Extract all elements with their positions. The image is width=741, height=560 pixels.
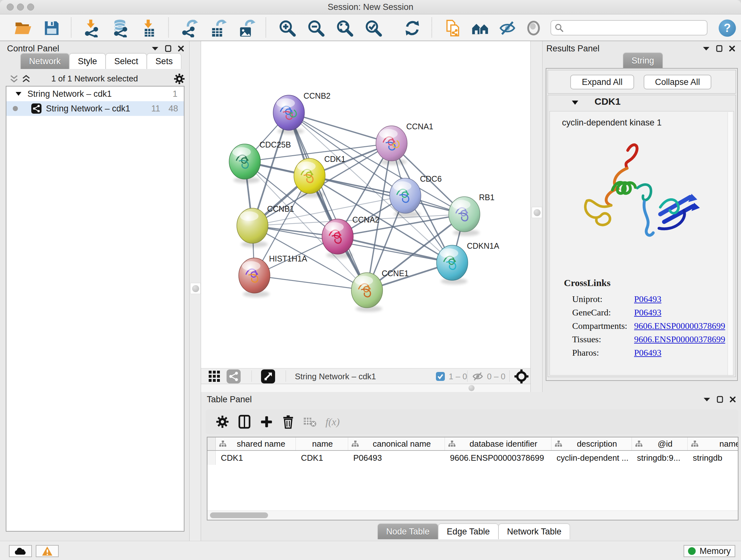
open-session-button[interactable] bbox=[12, 17, 33, 39]
column-header-name[interactable]: name bbox=[296, 437, 348, 450]
left-splitter-handle[interactable] bbox=[190, 283, 201, 294]
edge-HIST1H1A-CCNE1[interactable] bbox=[254, 275, 367, 290]
tab-network[interactable]: Network bbox=[20, 53, 69, 69]
hide-selected-button[interactable] bbox=[497, 17, 518, 39]
tab-node-table[interactable]: Node Table bbox=[378, 523, 438, 539]
table-cell[interactable]: cyclin-dependent ... bbox=[551, 453, 632, 463]
table-cell[interactable]: CDK1 bbox=[216, 453, 296, 463]
tab-string[interactable]: String bbox=[623, 53, 663, 68]
network-node-CCNB1[interactable] bbox=[237, 208, 268, 247]
zoom-fit-button[interactable] bbox=[334, 17, 355, 39]
network-canvas[interactable]: CCNB2CCNA1CDC25BCDK1CDC6RB1CCNB1CCNA2CDK… bbox=[201, 41, 530, 368]
tab-network-table[interactable]: Network Table bbox=[498, 523, 570, 539]
float-panel-icon[interactable] bbox=[717, 396, 723, 403]
collapse-panel-icon[interactable] bbox=[151, 46, 158, 51]
help-button[interactable]: ? bbox=[719, 19, 736, 37]
float-panel-icon[interactable] bbox=[716, 45, 723, 52]
table-cell[interactable]: CDK1 bbox=[296, 453, 348, 463]
warnings-button[interactable] bbox=[36, 545, 59, 557]
tab-style[interactable]: Style bbox=[69, 53, 106, 69]
collapse-panel-icon[interactable] bbox=[703, 46, 710, 51]
table-cell[interactable]: 9606.ENSP00000378699 bbox=[445, 453, 551, 463]
tab-edge-table[interactable]: Edge Table bbox=[438, 523, 498, 539]
right-splitter-handle[interactable] bbox=[532, 207, 542, 218]
export-image-button[interactable] bbox=[237, 17, 258, 39]
node-table[interactable]: shared namenamecanonical namedatabase id… bbox=[207, 437, 738, 520]
collapse-all-button[interactable]: Collapse All bbox=[644, 75, 711, 89]
network-collection-row[interactable]: String Network – cdk1 1 bbox=[6, 86, 184, 101]
float-panel-icon[interactable] bbox=[165, 45, 172, 52]
zoom-selected-button[interactable] bbox=[363, 17, 384, 39]
view-share-icon[interactable] bbox=[226, 369, 241, 383]
show-columns-icon[interactable] bbox=[238, 415, 251, 429]
cloud-status-button[interactable] bbox=[9, 545, 32, 557]
edge-CCNB2-CCNA1[interactable] bbox=[289, 113, 392, 143]
close-panel-icon[interactable] bbox=[730, 396, 736, 402]
zoom-out-button[interactable] bbox=[306, 17, 327, 39]
import-network-button[interactable] bbox=[81, 17, 103, 39]
network-row[interactable]: String Network – cdk1 11 48 bbox=[6, 101, 184, 116]
table-row[interactable]: CDK1CDK1P064939606.ENSP00000378699cyclin… bbox=[207, 451, 738, 465]
edge-CCNA2-CDKN1A[interactable] bbox=[338, 237, 452, 263]
column-header-description[interactable]: description bbox=[551, 437, 632, 450]
column-header-namespace[interactable]: namespace bbox=[688, 437, 738, 450]
network-node-CCNE1[interactable] bbox=[351, 273, 383, 312]
table-cell[interactable]: stringdb:9... bbox=[632, 453, 688, 463]
results-scrollbar[interactable] bbox=[728, 112, 732, 375]
column-header-shared-name[interactable]: shared name bbox=[216, 437, 296, 450]
crosslink-link[interactable]: P06493 bbox=[634, 294, 662, 304]
collapse-panel-icon[interactable] bbox=[703, 397, 711, 401]
crosslink-link[interactable]: P06493 bbox=[634, 348, 662, 358]
network-node-CCNA1[interactable] bbox=[376, 126, 407, 165]
edge-CCNB2-CCNE1[interactable] bbox=[289, 113, 367, 290]
table-gear-icon[interactable] bbox=[216, 415, 229, 428]
network-node-RB1[interactable] bbox=[449, 197, 480, 236]
network-node-CCNB2[interactable] bbox=[273, 95, 305, 134]
import-table-button[interactable] bbox=[139, 17, 160, 39]
zoom-in-button[interactable] bbox=[277, 17, 298, 39]
table-hscrollbar-thumb[interactable] bbox=[210, 512, 268, 518]
expand-all-button[interactable]: Expand All bbox=[570, 75, 634, 89]
crosslink-link[interactable]: 9606.ENSP00000378699 bbox=[634, 334, 725, 345]
add-column-icon[interactable] bbox=[260, 415, 273, 428]
grid-view-icon[interactable] bbox=[208, 370, 221, 383]
delete-column-icon[interactable] bbox=[282, 415, 294, 429]
show-all-button[interactable] bbox=[523, 17, 544, 39]
network-node-HIST1H1A[interactable] bbox=[239, 258, 270, 297]
fit-selected-crosshair-icon[interactable] bbox=[515, 369, 529, 383]
save-session-button[interactable] bbox=[41, 17, 62, 39]
network-node-CDC25B[interactable] bbox=[229, 144, 260, 183]
function-builder-button[interactable]: f(x) bbox=[326, 416, 340, 428]
tree-expand-icon[interactable] bbox=[15, 91, 22, 96]
crosslink-link[interactable]: 9606.ENSP00000378699 bbox=[634, 321, 725, 331]
home-networks-button[interactable] bbox=[470, 17, 491, 39]
column-header-database-identifier[interactable]: database identifier bbox=[445, 437, 551, 450]
table-hscrollbar[interactable] bbox=[207, 510, 738, 520]
network-graph[interactable]: CCNB2CCNA1CDC25BCDK1CDC6RB1CCNB1CCNA2CDK… bbox=[201, 41, 530, 368]
tab-sets[interactable]: Sets bbox=[147, 53, 181, 69]
search-input[interactable] bbox=[564, 23, 707, 33]
close-panel-icon[interactable] bbox=[178, 45, 184, 52]
selected-checkbox-icon[interactable] bbox=[436, 372, 445, 381]
close-panel-icon[interactable] bbox=[729, 45, 735, 52]
clone-network-button[interactable] bbox=[443, 17, 464, 39]
table-cell[interactable]: stringdb bbox=[688, 453, 738, 463]
column-header-@id[interactable]: @id bbox=[632, 437, 688, 450]
tab-select[interactable]: Select bbox=[106, 53, 147, 69]
memory-button[interactable]: Memory bbox=[684, 545, 735, 557]
gear-icon[interactable] bbox=[174, 73, 185, 84]
horizontal-splitter-handle[interactable] bbox=[468, 385, 475, 391]
birdseye-view-icon[interactable] bbox=[261, 369, 275, 383]
left-splitter[interactable] bbox=[189, 41, 201, 541]
crosslink-link[interactable]: P06493 bbox=[634, 307, 662, 318]
network-node-CDKN1A[interactable] bbox=[436, 245, 468, 285]
export-network-button[interactable] bbox=[179, 17, 200, 39]
export-table-button[interactable] bbox=[208, 17, 229, 39]
clear-table-icon[interactable] bbox=[303, 416, 317, 427]
table-cell[interactable]: P06493 bbox=[348, 453, 445, 463]
import-network-from-database-button[interactable] bbox=[110, 17, 131, 39]
column-header-canonical-name[interactable]: canonical name bbox=[348, 437, 445, 450]
section-collapse-icon[interactable] bbox=[571, 100, 579, 105]
right-splitter[interactable] bbox=[530, 41, 542, 392]
refresh-view-button[interactable] bbox=[402, 17, 423, 39]
